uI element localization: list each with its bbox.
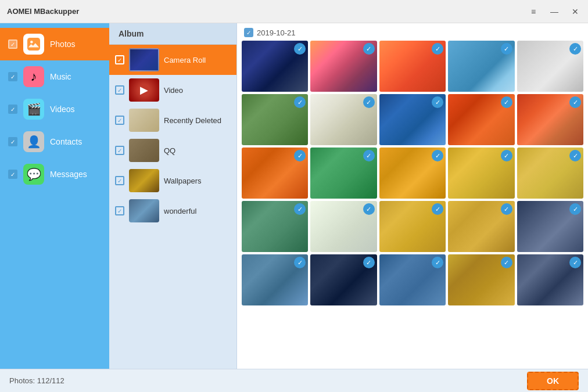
album-thumb-wallpapers xyxy=(129,169,159,192)
photo-cell[interactable]: ✓ xyxy=(242,148,308,199)
photo-cell[interactable]: ✓ xyxy=(310,94,377,145)
photo-grid: ✓ ✓ ✓ ✓ ✓ ✓ ✓ xyxy=(242,41,583,305)
photo-cell[interactable]: ✓ xyxy=(379,201,446,252)
sidebar-checkbox-messages[interactable]: ✓ xyxy=(8,170,17,179)
photo-check-badge: ✓ xyxy=(432,257,443,268)
title-bar-controls: ≡ — ✕ xyxy=(525,3,583,20)
sidebar-label-messages: Messages xyxy=(50,170,87,179)
date-group: ✓ 2019-10-21 ✓ ✓ ✓ ✓ ✓ xyxy=(242,28,583,305)
sidebar-checkbox-contacts[interactable]: ✓ xyxy=(8,137,17,146)
album-name-qq: QQ xyxy=(164,146,231,155)
album-name-recently-deleted: Recently Deleted xyxy=(164,116,231,125)
album-item-camera-roll[interactable]: ✓ Camera Roll xyxy=(109,45,236,75)
photo-cell[interactable]: ✓ xyxy=(517,41,583,92)
album-checkbox-wallpapers[interactable]: ✓ xyxy=(115,176,124,185)
photo-cell[interactable]: ✓ xyxy=(310,201,377,252)
photo-check-badge: ✓ xyxy=(569,43,581,55)
photo-cell[interactable]: ✓ xyxy=(448,41,514,92)
photo-cell[interactable]: ✓ xyxy=(242,201,308,252)
svg-rect-0 xyxy=(27,38,40,51)
minimize-btn[interactable]: — xyxy=(546,3,562,20)
photo-cell[interactable]: ✓ xyxy=(448,201,514,252)
album-checkbox-video[interactable]: ✓ xyxy=(115,85,124,95)
photo-check-badge: ✓ xyxy=(294,43,306,55)
album-checkbox-recently-deleted[interactable]: ✓ xyxy=(115,116,124,125)
sidebar-label-videos: Videos xyxy=(50,105,75,114)
album-checkbox-wonderful[interactable]: ✓ xyxy=(115,206,124,215)
album-thumb-wonderful xyxy=(129,199,159,222)
photo-cell[interactable]: ✓ xyxy=(448,254,514,305)
sidebar-item-contacts[interactable]: ✓ 👤 Contacts xyxy=(0,125,109,158)
album-checkbox-qq[interactable]: ✓ xyxy=(115,146,124,155)
album-item-wonderful[interactable]: ✓ wonderful xyxy=(109,196,236,226)
photo-cell[interactable]: ✓ xyxy=(379,148,446,199)
photo-check-badge: ✓ xyxy=(569,96,581,108)
photo-check-badge: ✓ xyxy=(501,43,512,55)
sidebar-item-music[interactable]: ✓ ♪ Music xyxy=(0,60,109,93)
photo-check-badge: ✓ xyxy=(363,257,375,268)
photo-panel[interactable]: ✓ 2019-10-21 ✓ ✓ ✓ ✓ ✓ xyxy=(237,23,588,369)
sidebar-item-videos[interactable]: ✓ 🎬 Videos xyxy=(0,93,109,125)
album-item-qq[interactable]: ✓ QQ xyxy=(109,135,236,166)
photo-cell[interactable]: ✓ xyxy=(517,94,583,145)
photo-check-badge: ✓ xyxy=(294,203,306,215)
photo-cell[interactable]: ✓ xyxy=(379,41,446,92)
photo-cell[interactable]: ✓ xyxy=(310,148,377,199)
title-bar: AOMEI MBackupper ≡ — ✕ xyxy=(0,0,588,23)
photo-cell[interactable]: ✓ xyxy=(242,254,308,305)
sidebar-checkbox-photos[interactable]: ✓ xyxy=(8,39,17,49)
album-item-recently-deleted[interactable]: ✓ Recently Deleted xyxy=(109,105,236,135)
contacts-icon: 👤 xyxy=(23,131,44,152)
status-text: Photos: 112/112 xyxy=(9,376,64,385)
photo-check-badge: ✓ xyxy=(294,96,306,108)
album-thumb-recently-deleted xyxy=(129,109,159,132)
photo-check-badge: ✓ xyxy=(501,150,512,161)
sidebar-label-photos: Photos xyxy=(50,39,76,49)
sidebar-checkbox-videos[interactable]: ✓ xyxy=(8,105,17,114)
album-name-video: Video xyxy=(164,86,231,95)
photo-check-badge: ✓ xyxy=(432,43,443,55)
album-item-video[interactable]: ✓ ▶ Video xyxy=(109,75,236,105)
album-name-camera-roll: Camera Roll xyxy=(164,56,231,64)
photo-cell[interactable]: ✓ xyxy=(517,148,583,199)
photo-check-badge: ✓ xyxy=(501,203,512,215)
sidebar-item-messages[interactable]: ✓ 💬 Messages xyxy=(0,158,109,190)
app-title: AOMEI MBackupper xyxy=(7,7,79,16)
album-panel: Album ✓ Camera Roll ✓ ▶ Video ✓ Recently… xyxy=(109,23,237,369)
album-header: Album xyxy=(109,23,236,45)
photo-cell[interactable]: ✓ xyxy=(310,254,377,305)
album-name-wallpapers: Wallpapers xyxy=(164,177,231,185)
photo-check-badge: ✓ xyxy=(501,257,512,268)
photo-cell[interactable]: ✓ xyxy=(448,148,514,199)
sidebar-checkbox-music[interactable]: ✓ xyxy=(8,72,17,81)
photo-check-badge: ✓ xyxy=(432,203,443,215)
ok-button[interactable]: OK xyxy=(527,372,579,390)
photos-icon xyxy=(23,34,44,55)
sidebar-item-photos[interactable]: ✓ Photos xyxy=(0,28,109,60)
photo-cell[interactable]: ✓ xyxy=(517,254,583,305)
album-checkbox-camera-roll[interactable]: ✓ xyxy=(115,55,124,64)
photo-check-badge: ✓ xyxy=(363,203,375,215)
photo-cell[interactable]: ✓ xyxy=(310,41,377,92)
photo-check-badge: ✓ xyxy=(363,150,375,161)
photo-cell[interactable]: ✓ xyxy=(448,94,514,145)
photo-check-badge: ✓ xyxy=(569,150,581,161)
list-icon-btn[interactable]: ≡ xyxy=(525,3,542,20)
album-item-wallpapers[interactable]: ✓ Wallpapers xyxy=(109,166,236,196)
photo-cell[interactable]: ✓ xyxy=(379,94,446,145)
photo-check-badge: ✓ xyxy=(363,96,375,108)
sidebar: ✓ Photos ✓ ♪ xyxy=(0,23,109,369)
date-text: 2019-10-21 xyxy=(257,28,296,37)
photo-cell[interactable]: ✓ xyxy=(242,94,308,145)
close-btn[interactable]: ✕ xyxy=(567,3,583,20)
date-check-icon[interactable]: ✓ xyxy=(244,28,253,37)
photo-cell[interactable]: ✓ xyxy=(517,201,583,252)
photo-check-badge: ✓ xyxy=(363,43,375,55)
svg-point-1 xyxy=(30,41,33,44)
photo-check-badge: ✓ xyxy=(501,96,512,108)
photo-cell[interactable]: ✓ xyxy=(379,254,446,305)
photo-check-badge: ✓ xyxy=(432,96,443,108)
photo-check-badge: ✓ xyxy=(294,150,306,161)
photo-cell[interactable]: ✓ xyxy=(242,41,308,92)
album-thumb-camera-roll xyxy=(129,48,159,71)
